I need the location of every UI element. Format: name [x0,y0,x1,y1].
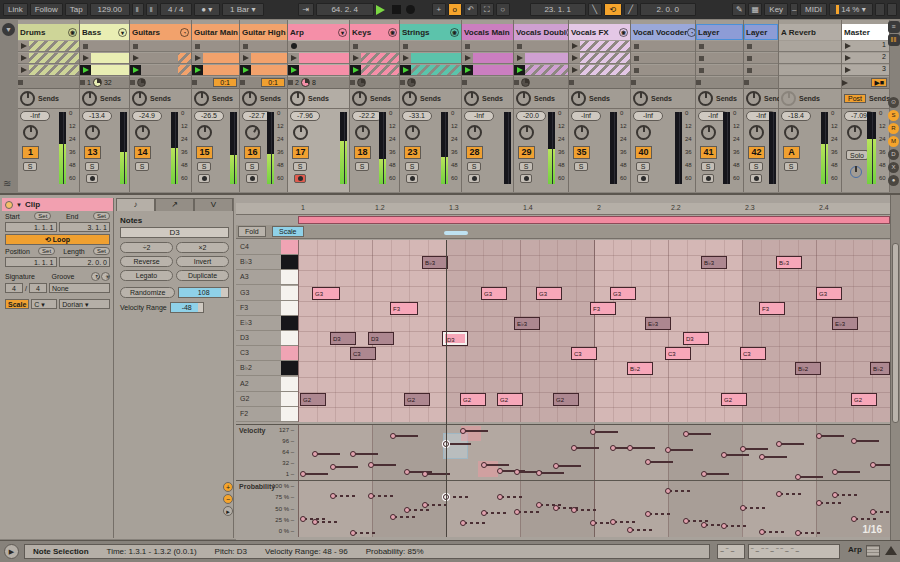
midi-note[interactable]: F3 [390,302,418,315]
stop-all-button[interactable] [696,80,701,85]
track-stop-row[interactable] [18,77,79,89]
track-header[interactable]: Strings❋ [400,24,461,40]
clip-body[interactable] [141,53,191,63]
clip-body[interactable] [473,65,513,75]
clip-launch-button[interactable] [696,41,707,51]
follow-playback-button[interactable]: ⇥ [298,3,314,16]
sends-section[interactable]: Sends [240,89,287,109]
session-record-button[interactable]: ⛶ [480,3,494,16]
pan-knob[interactable] [519,125,534,140]
stop-all-button[interactable] [240,80,245,85]
track-stop-row[interactable] [569,77,630,89]
toggle-clip-view-arrow[interactable] [885,546,897,555]
percent-icon[interactable]: ◔ [687,28,695,37]
freeze-icon[interactable]: ❋ [450,28,459,37]
clip-launch-button[interactable] [631,65,642,75]
expand-lanes-button[interactable]: ▸ [223,506,233,516]
track-header[interactable]: Layer [744,24,778,40]
solo-button[interactable]: S [574,162,588,171]
scene-slot[interactable]: 1 [842,41,889,52]
midi-note[interactable]: G2 [721,393,747,406]
scrollbar-handle[interactable] [892,243,899,423]
overview-icon[interactable]: ≡ [888,21,900,33]
solo-button[interactable]: S [23,162,37,171]
tap-tempo-button[interactable]: Tap [65,3,88,16]
show-io-toggle[interactable]: ⊙ [888,97,899,108]
send-a-knob[interactable] [290,91,305,106]
clip-end-field[interactable]: 3. 1. 1 [59,222,111,232]
track-number-box[interactable]: 18 [354,146,371,159]
clip-body[interactable] [707,41,743,51]
remove-lane-button[interactable]: − [223,494,233,504]
tab-expression[interactable]: V [194,198,233,211]
clip-slot[interactable] [192,53,239,64]
clip-launch-button[interactable] [350,65,361,75]
mixer-strip[interactable]: -18.4AS01224364860 [779,110,841,192]
solo-button[interactable]: S [636,162,650,171]
mixer-strip[interactable]: -26.515S [192,110,239,192]
mixer-strip[interactable]: -33.123S01224364860 [400,110,461,192]
key-row[interactable]: F3 [236,301,298,316]
punch-in-icon[interactable]: ╲ [588,3,602,16]
clip-slot[interactable] [18,65,79,76]
clip-launch-button[interactable] [192,53,203,63]
volume-field[interactable]: -20.0 [516,111,546,121]
clip-body[interactable] [203,53,239,63]
collapse-clip-panel-icon[interactable]: ▼ [16,202,22,208]
midi-note[interactable]: D3 [330,332,356,345]
solo-button[interactable]: Solo [846,150,868,160]
solo-button[interactable]: S [467,162,481,171]
clip-body[interactable] [29,53,79,63]
mixer-strip[interactable]: -Inf40S01224364860 [631,110,695,192]
midi-note[interactable]: E♭3 [832,317,858,330]
clip-launch-button[interactable] [80,65,91,75]
track-number-box[interactable]: 13 [84,146,101,159]
back-to-arrangement-play[interactable] [842,80,848,86]
send-a-knob[interactable] [132,91,147,106]
clip-launch-button[interactable] [240,41,251,51]
piano-key[interactable] [281,377,298,391]
clip-body[interactable] [411,41,461,51]
stop-all-button[interactable] [192,80,197,85]
clip-launch-button[interactable] [240,65,251,75]
piano-key[interactable] [281,240,298,254]
clip-grid-icon[interactable] [866,545,880,557]
volume-field[interactable]: -Inf [464,111,494,121]
pan-knob[interactable] [467,125,482,140]
track-header[interactable]: Bass▾ [80,24,129,40]
double-time-button[interactable]: ×2 [176,242,229,253]
clip-launch-button[interactable] [18,53,29,63]
track-stop-row[interactable]: 132 [80,77,129,89]
track-header[interactable]: Arp▾ [288,24,349,40]
pan-knob[interactable] [574,125,589,140]
send-a-knob[interactable] [20,91,35,106]
arm-button[interactable] [468,174,480,183]
track-header[interactable]: Vocals Doubl❋ [514,24,568,40]
piano-key[interactable] [281,346,298,360]
stop-button[interactable] [392,5,404,14]
midi-note[interactable]: B♭3 [701,256,727,269]
sends-section[interactable]: PostSends [842,89,889,109]
punch-out-icon[interactable]: ╱ [624,3,638,16]
arm-button[interactable] [294,174,306,183]
key-row[interactable]: B♭3 [236,255,298,270]
pan-knob[interactable] [197,125,212,140]
track-number-box[interactable]: 42 [748,146,765,159]
time-signature-field[interactable]: 4 / 4 [160,3,192,16]
mixer-strip[interactable]: -Inf42S [744,110,778,192]
key-row[interactable]: G3 [236,286,298,301]
volume-field[interactable]: -22.2 [352,111,382,121]
note-pitch-field[interactable]: D3 [120,227,229,238]
note-grid[interactable]: G2G3D3C3D3F3G2B♭3D3G2G3G2E♭3G3G2C3F3G3B♭… [298,240,890,422]
midi-note[interactable]: G3 [816,287,842,300]
sends-section[interactable]: Sends [350,89,399,109]
solo-button[interactable]: S [135,162,149,171]
mixer-strip[interactable]: -Inf28S [462,110,513,192]
track-number-box[interactable]: 14 [134,146,151,159]
clip-launch-button[interactable] [240,53,251,63]
clip-launch-button[interactable] [631,53,642,63]
send-a-knob[interactable] [633,91,648,106]
clip-body[interactable] [299,53,349,63]
clip-slot[interactable] [462,53,513,64]
clip-launch-button[interactable] [744,41,755,51]
